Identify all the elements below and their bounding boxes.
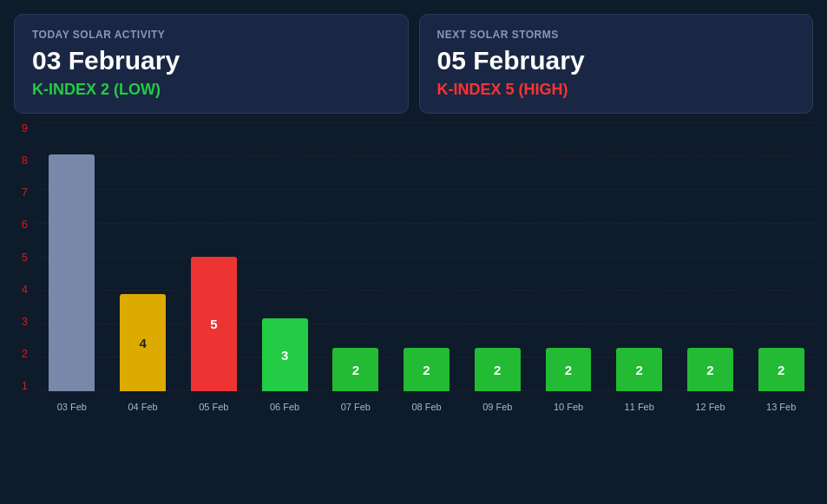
bar-col-8: 2 11 Feb (606, 122, 673, 391)
bar-date-6: 09 Feb (463, 402, 531, 412)
bar-value-10: 2 (778, 363, 784, 377)
y-label-1: 1 (12, 380, 28, 391)
next-k-index: K-INDEX 5 (HIGH) (437, 81, 796, 99)
y-label-9: 9 (12, 122, 28, 134)
today-k-index-text: K-INDEX 2 (32, 81, 114, 98)
bar-col-2: 5 05 Feb (180, 122, 247, 391)
bar-6: 2 (475, 348, 521, 391)
top-cards: TODAY SOLAR ACTIVITY 03 February K-INDEX… (0, 0, 827, 122)
y-label-8: 8 (12, 154, 28, 166)
bar-value-5: 2 (423, 363, 430, 377)
chart-inner: 03 Feb 4 04 Feb 5 05 Feb (35, 122, 818, 417)
bars-row: 03 Feb 4 04 Feb 5 05 Feb (35, 122, 818, 391)
bar-date-7: 10 Feb (535, 402, 602, 412)
bar-value-3: 3 (281, 348, 288, 363)
y-label-4: 4 (12, 284, 28, 295)
bar-value-7: 2 (565, 363, 572, 377)
bar-4: 2 (332, 348, 378, 391)
bar-date-2: 05 Feb (180, 402, 247, 412)
bar-7: 2 (546, 348, 592, 391)
next-card-label: NEXT SOLAR STORMS (437, 29, 796, 41)
bar-0 (49, 154, 95, 391)
y-label-2: 2 (12, 348, 28, 359)
bar-col-3: 3 06 Feb (251, 122, 318, 391)
today-k-index-level: (LOW) (114, 81, 161, 98)
bar-9: 2 (687, 348, 733, 391)
bar-date-1: 04 Feb (109, 402, 177, 412)
bar-3: 3 (262, 318, 308, 391)
bar-date-8: 11 Feb (606, 402, 673, 412)
bar-8: 2 (616, 348, 662, 391)
y-label-6: 6 (12, 219, 28, 230)
bar-value-4: 2 (352, 363, 359, 377)
bar-5: 2 (404, 348, 450, 391)
bar-value-2: 5 (210, 317, 217, 331)
bar-col-9: 2 12 Feb (677, 122, 745, 391)
bar-date-10: 13 Feb (747, 402, 815, 412)
next-card-date: 05 February (437, 46, 796, 75)
today-card-date: 03 February (32, 46, 391, 75)
bar-col-10: 2 13 Feb (747, 122, 815, 391)
bar-date-4: 07 Feb (322, 402, 390, 412)
bar-col-4: 2 07 Feb (322, 122, 390, 391)
today-k-index: K-INDEX 2 (LOW) (32, 81, 391, 99)
y-axis: 1 2 3 4 5 6 7 8 9 (9, 122, 35, 417)
y-label-3: 3 (12, 316, 28, 327)
chart-area: 1 2 3 4 5 6 7 8 9 (0, 122, 827, 443)
bar-col-7: 2 10 Feb (535, 122, 602, 391)
bar-value-1: 4 (139, 336, 146, 350)
next-card: NEXT SOLAR STORMS 05 February K-INDEX 5 … (419, 14, 814, 114)
chart-container: 1 2 3 4 5 6 7 8 9 (9, 122, 818, 417)
bar-col-1: 4 04 Feb (109, 122, 177, 391)
bar-date-0: 03 Feb (38, 402, 106, 412)
next-k-index-text: K-INDEX 5 (437, 81, 519, 98)
bar-value-6: 2 (494, 363, 501, 377)
y-label-5: 5 (12, 252, 28, 263)
bar-col-0: 03 Feb (38, 122, 106, 391)
bar-col-5: 2 08 Feb (393, 122, 461, 391)
today-card: TODAY SOLAR ACTIVITY 03 February K-INDEX… (14, 14, 409, 114)
bar-date-3: 06 Feb (251, 402, 318, 412)
bar-date-5: 08 Feb (393, 402, 461, 412)
y-label-7: 7 (12, 187, 28, 198)
bar-10: 2 (758, 348, 804, 391)
bar-col-6: 2 09 Feb (463, 122, 531, 391)
bar-1: 4 (120, 294, 166, 391)
bar-date-9: 12 Feb (677, 402, 745, 412)
bar-value-8: 2 (636, 363, 643, 377)
today-card-label: TODAY SOLAR ACTIVITY (32, 29, 391, 41)
next-k-index-level: (HIGH) (519, 81, 568, 98)
bar-2: 5 (191, 257, 237, 391)
bar-value-9: 2 (706, 363, 713, 377)
